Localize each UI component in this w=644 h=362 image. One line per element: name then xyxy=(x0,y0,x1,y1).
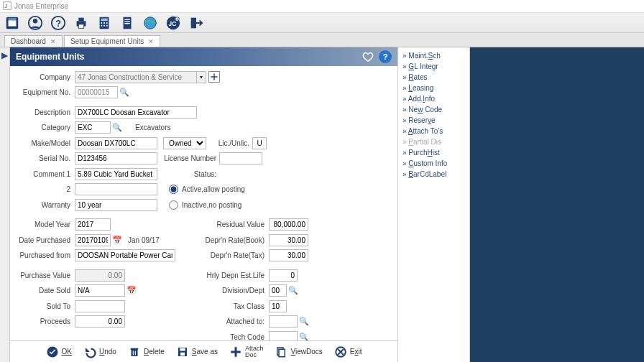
attach-doc-button[interactable]: Attach Doc xyxy=(229,345,264,358)
close-icon[interactable]: ✕ xyxy=(148,38,154,45)
purchase-value-field xyxy=(75,269,125,282)
user-icon[interactable] xyxy=(27,15,43,31)
search-icon[interactable]: 🔍 xyxy=(112,123,122,133)
link-maint-sch[interactable]: » Maint.Sch xyxy=(402,52,465,60)
ok-button[interactable]: OK xyxy=(46,345,72,358)
deprn-book-field[interactable] xyxy=(269,234,308,246)
svg-rect-13 xyxy=(101,18,107,21)
window-titlebar: J Jonas Enterprise xyxy=(0,0,644,13)
document-icon[interactable] xyxy=(119,15,135,31)
document-tabs: Dashboard ✕ Setup Equipment Units ✕ xyxy=(0,33,644,47)
panel-help-icon[interactable]: ? xyxy=(379,50,392,63)
docs-icon xyxy=(275,345,288,358)
label-proceeds: Proceeds xyxy=(17,317,75,325)
view-docs-button[interactable]: ViewDocs xyxy=(275,345,322,358)
license-number-field[interactable] xyxy=(219,152,262,164)
svg-rect-23 xyxy=(124,23,129,24)
link-add-info[interactable]: » Add.Info xyxy=(402,95,465,103)
description-field[interactable] xyxy=(75,106,197,119)
jc-icon[interactable]: JC xyxy=(165,15,181,31)
label-status: Status: xyxy=(163,170,216,178)
owned-select[interactable]: Owned xyxy=(163,137,206,149)
division-field[interactable] xyxy=(269,284,287,297)
search-icon[interactable]: 🔍 xyxy=(288,286,298,296)
proceeds-field[interactable] xyxy=(75,315,125,328)
equipment-no-field[interactable] xyxy=(75,86,118,98)
company-field[interactable] xyxy=(75,71,197,83)
save-as-button[interactable]: Save as xyxy=(176,345,218,358)
residual-value-field[interactable] xyxy=(269,218,308,231)
search-icon[interactable]: 🔍 xyxy=(299,317,309,327)
date-purchased-field[interactable] xyxy=(75,234,111,246)
tab-setup-equipment[interactable]: Setup Equipment Units ✕ xyxy=(64,35,160,47)
deprn-tax-field[interactable] xyxy=(269,249,308,261)
status-inactive-radio[interactable] xyxy=(169,200,178,210)
link-purch-hist[interactable]: » PurchHist xyxy=(402,149,465,157)
collapse-gutter[interactable]: ▶ xyxy=(0,47,10,362)
link-rates[interactable]: » Rates xyxy=(402,73,465,81)
app-icon: J xyxy=(3,1,12,10)
link-barcd-label[interactable]: » BarCdLabel xyxy=(402,170,465,178)
favorite-icon[interactable] xyxy=(362,50,374,63)
print-icon[interactable] xyxy=(73,15,89,31)
delete-button[interactable]: Delete xyxy=(128,345,165,358)
save-as-label: Save as xyxy=(192,348,218,356)
link-custom-info[interactable]: » Custom Info xyxy=(402,159,465,167)
label-model-year: Model Year xyxy=(17,221,75,228)
link-leasing[interactable]: » Leasing xyxy=(402,84,465,92)
make-model-field[interactable] xyxy=(75,137,157,149)
search-icon[interactable]: 🔍 xyxy=(119,88,129,98)
svg-rect-15 xyxy=(104,22,105,24)
label-residual-value: Residual Value xyxy=(204,221,269,228)
link-gl-integr[interactable]: » GL Integr xyxy=(402,62,465,70)
close-icon[interactable]: ✕ xyxy=(50,38,56,45)
svg-rect-42 xyxy=(279,349,285,357)
link-attach-tos[interactable]: » Attach To's xyxy=(402,127,465,135)
search-icon[interactable]: 🔍 xyxy=(299,332,309,340)
label-active: Active,allow posting xyxy=(182,185,245,193)
label-date-sold: Date Sold xyxy=(17,287,75,294)
sold-to-field[interactable] xyxy=(75,300,125,312)
label-attached-to: Attached to: xyxy=(204,317,269,325)
home-icon[interactable] xyxy=(4,15,20,31)
svg-rect-16 xyxy=(106,22,108,24)
help-icon[interactable]: ? xyxy=(50,15,66,31)
serial-no-field[interactable] xyxy=(75,152,157,164)
svg-rect-32 xyxy=(131,350,137,356)
warranty-field[interactable] xyxy=(75,199,157,211)
label-equipment-no: Equipment No. xyxy=(17,88,75,96)
link-reserve[interactable]: » Reserve xyxy=(402,116,465,124)
hrly-depn-field[interactable] xyxy=(269,269,298,282)
exit-button[interactable]: Exit xyxy=(334,345,362,358)
company-dropdown-icon[interactable]: ▾ xyxy=(196,71,206,83)
svg-rect-37 xyxy=(180,348,185,351)
calendar-icon[interactable]: 📅 xyxy=(126,286,137,296)
date-sold-field[interactable] xyxy=(75,284,125,297)
calendar-icon[interactable]: 📅 xyxy=(112,235,122,245)
svg-rect-3 xyxy=(9,20,17,26)
category-desc: Excavators xyxy=(135,124,170,131)
label-purchased-from: Purchased from xyxy=(17,251,75,259)
company-picker-icon[interactable] xyxy=(208,71,220,83)
status-active-radio[interactable] xyxy=(169,185,178,194)
label-tech-code: Tech Code xyxy=(204,333,269,341)
tax-class-field[interactable] xyxy=(269,300,287,312)
comment1-field[interactable] xyxy=(75,168,157,180)
category-field[interactable] xyxy=(75,121,111,134)
calculator-icon[interactable] xyxy=(96,15,112,31)
side-links: » Maint.Sch » GL Integr » Rates » Leasin… xyxy=(398,47,470,362)
comment2-field[interactable] xyxy=(75,183,157,195)
tech-code-field[interactable] xyxy=(269,331,298,341)
purchased-from-field[interactable] xyxy=(75,249,175,261)
model-year-field[interactable] xyxy=(75,218,111,231)
app-title: Jonas Enterprise xyxy=(14,2,68,10)
chevron-right-icon[interactable]: ▶ xyxy=(1,50,8,60)
undo-button[interactable]: Undo xyxy=(83,345,116,358)
globe-icon[interactable] xyxy=(142,15,158,31)
exit-icon[interactable] xyxy=(188,15,204,31)
svg-point-30 xyxy=(213,76,216,78)
tab-dashboard[interactable]: Dashboard ✕ xyxy=(4,35,63,47)
link-new-code[interactable]: » New Code xyxy=(402,106,465,113)
lic-unlic-field[interactable] xyxy=(252,137,267,149)
attached-to-field[interactable] xyxy=(269,315,298,328)
